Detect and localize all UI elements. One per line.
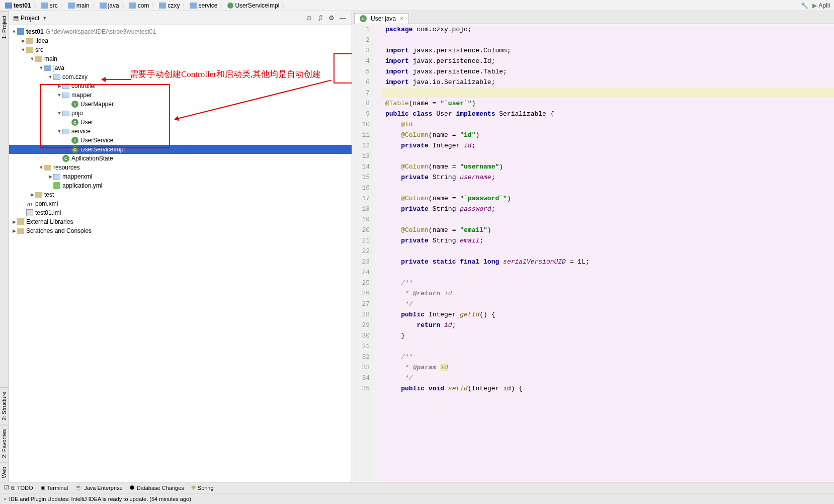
left-sidebar: 1: Project 2: Structure 2: Favorites Web: [0, 11, 9, 482]
folder-icon: [129, 3, 136, 9]
interface-icon: [71, 101, 78, 108]
editor-panel: User.java × 1234567891011121314151617181…: [352, 11, 834, 482]
spring-tab[interactable]: ❀Spring: [191, 484, 214, 491]
breadcrumb-item[interactable]: service: [189, 2, 218, 9]
breadcrumb-item[interactable]: com: [128, 2, 150, 9]
editor-tabs: User.java ×: [352, 11, 834, 24]
sidebar-project-tab[interactable]: 1: Project: [0, 11, 9, 43]
tree-mapperxml[interactable]: ▶mapperxml: [9, 172, 352, 181]
tree-test[interactable]: ▶test: [9, 190, 352, 199]
panel-title[interactable]: ▤ Project ▼: [13, 15, 47, 22]
breadcrumb: test01〉 src〉 main〉 java〉 com〉 czxy〉 serv…: [0, 0, 834, 11]
library-icon: [17, 218, 24, 225]
close-icon[interactable]: ×: [400, 15, 403, 22]
breadcrumb-item[interactable]: java: [99, 2, 120, 9]
tree-service[interactable]: ▼service: [9, 127, 352, 136]
sidebar-web-tab[interactable]: Web: [0, 462, 9, 482]
class-icon: [71, 119, 78, 126]
package-icon: [53, 74, 60, 80]
class-icon: [227, 3, 233, 9]
tree-pojo[interactable]: ▼pojo: [9, 109, 352, 118]
class-icon: [360, 15, 367, 22]
folder-icon: [35, 192, 42, 198]
tree-resources[interactable]: ▼resources: [9, 163, 352, 172]
tree-scratches[interactable]: ▶Scratches and Consoles: [9, 226, 352, 235]
breadcrumb-item[interactable]: test01: [4, 2, 32, 9]
tree-user[interactable]: User: [9, 118, 352, 127]
package-icon: [62, 83, 69, 89]
maven-icon: [26, 200, 33, 207]
interface-icon: [71, 137, 78, 144]
status-icon: ▫: [4, 496, 6, 502]
tree-userservice[interactable]: UserService: [9, 136, 352, 145]
project-tree[interactable]: ▼test01G:\dev\workspace\IDEAstroe3\vue\t…: [9, 25, 352, 482]
javaee-icon: ☕: [75, 484, 82, 491]
tree-extlib[interactable]: ▶External Libraries: [9, 217, 352, 226]
tree-java[interactable]: ▼java: [9, 63, 352, 72]
package-icon: [53, 174, 60, 180]
line-gutter: 1234567891011121314151617181920212223242…: [352, 24, 373, 482]
gear-icon[interactable]: ⚙: [328, 14, 337, 22]
dbchanges-tab[interactable]: ⬢Database Changes: [130, 484, 184, 491]
class-icon: [62, 155, 69, 162]
folder-icon: [100, 3, 107, 9]
run-button[interactable]: ▶Aplli: [812, 2, 830, 9]
resources-icon: [44, 165, 51, 171]
status-text: IDE and Plugin Updates: IntelliJ IDEA is…: [9, 496, 191, 502]
tree-main[interactable]: ▼main: [9, 54, 352, 63]
folder-icon: [190, 3, 197, 9]
marker-gutter: [373, 24, 381, 482]
tree-idea[interactable]: ▶.idea: [9, 36, 352, 45]
todo-tab[interactable]: ☑6: TODO: [4, 484, 33, 491]
package-icon: [62, 111, 69, 116]
tree-root[interactable]: ▼test01G:\dev\workspace\IDEAstroe3\vue\t…: [9, 27, 352, 36]
panel-header: ▤ Project ▼ ⊙ ⇵ ⚙ —: [9, 11, 352, 25]
module-icon: [17, 28, 24, 35]
collapse-icon[interactable]: ⇵: [317, 14, 325, 22]
package-icon: [62, 93, 69, 98]
breadcrumb-item[interactable]: UserServiceImpl: [226, 2, 280, 9]
breadcrumb-item[interactable]: src: [40, 2, 59, 9]
tree-appstate[interactable]: ApllicationState: [9, 154, 352, 163]
db-icon: ⬢: [130, 484, 135, 491]
terminal-tab[interactable]: ▣Terminal: [40, 484, 68, 491]
class-icon: [71, 146, 78, 153]
project-icon: [5, 3, 12, 9]
status-bar: ▫ IDE and Plugin Updates: IntelliJ IDEA …: [0, 493, 834, 504]
tree-appyml[interactable]: application.yml: [9, 181, 352, 190]
breadcrumb-item[interactable]: czxy: [158, 2, 181, 9]
code-area[interactable]: package com.czxy.pojo;import javax.persi…: [381, 24, 834, 482]
yml-icon: [53, 182, 60, 189]
file-icon: [26, 209, 33, 216]
breadcrumb-item[interactable]: main: [67, 2, 91, 9]
tree-package[interactable]: ▼com.czxy: [9, 72, 352, 81]
hide-icon[interactable]: —: [340, 14, 348, 22]
tree-pom[interactable]: pom.xml: [9, 199, 352, 208]
magic-wand-icon[interactable]: 🔧: [801, 2, 808, 9]
tree-usermapper[interactable]: UserMapper: [9, 100, 352, 109]
tree-userserviceimpl[interactable]: UserServiceImpl: [9, 145, 352, 154]
project-panel: ▤ Project ▼ ⊙ ⇵ ⚙ — ▼test01G:\dev\worksp…: [9, 11, 352, 482]
editor-tab[interactable]: User.java ×: [354, 13, 409, 24]
folder-icon: [26, 38, 33, 44]
tree-src[interactable]: ▼src: [9, 45, 352, 54]
tree-controller[interactable]: ▶controller: [9, 81, 352, 91]
javaee-tab[interactable]: ☕Java Enterprise: [75, 484, 122, 491]
folder-icon: [17, 228, 24, 234]
project-icon: ▤: [13, 15, 19, 22]
terminal-icon: ▣: [40, 484, 45, 491]
code-editor[interactable]: 1234567891011121314151617181920212223242…: [352, 24, 834, 482]
sidebar-favorites-tab[interactable]: 2: Favorites: [0, 425, 9, 462]
todo-icon: ☑: [4, 484, 9, 491]
locate-icon[interactable]: ⊙: [306, 14, 314, 22]
tree-mapper[interactable]: ▼mapper: [9, 91, 352, 100]
folder-icon: [159, 3, 166, 9]
chevron-down-icon: ▼: [42, 16, 47, 21]
tree-iml[interactable]: test01.iml: [9, 208, 352, 217]
folder-icon: [41, 3, 48, 9]
bottom-toolbar: ☑6: TODO ▣Terminal ☕Java Enterprise ⬢Dat…: [0, 482, 834, 493]
folder-icon: [68, 3, 75, 9]
sidebar-structure-tab[interactable]: 2: Structure: [0, 387, 9, 425]
package-icon: [62, 129, 69, 134]
folder-icon: [35, 56, 42, 62]
